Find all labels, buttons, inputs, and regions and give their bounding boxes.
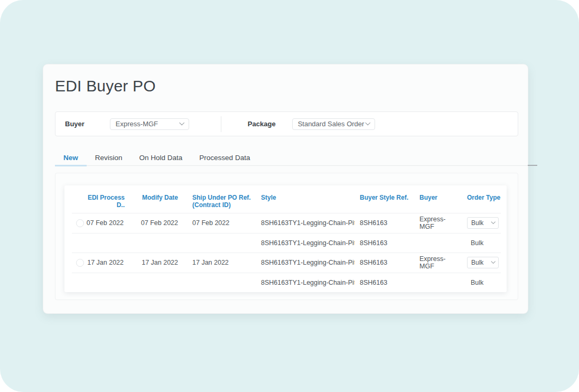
buyer-cell: Express-MGF <box>413 216 460 230</box>
buyer-select-value: Express-MGF <box>116 120 158 128</box>
style-cell: 8SH6163TY1-Legging-Chain-Pitc... <box>254 239 354 247</box>
tab-new[interactable]: New <box>55 153 87 165</box>
column-header-style: Style <box>254 194 354 213</box>
ship-under-po-ref-cell: 17 Jan 2022 <box>183 259 254 266</box>
edi-buyer-po-card: EDI Buyer PO Buyer Express-MGF Package S… <box>43 64 528 313</box>
package-select[interactable]: Standard Sales Order <box>292 118 375 130</box>
order-type-value: Bulk <box>460 239 501 247</box>
column-header-order-type: Order Type <box>460 194 501 213</box>
tab-underline-overhang <box>528 165 537 166</box>
edi-process-date-cell: 17 Jan 2022 <box>86 259 130 266</box>
chevron-down-icon <box>491 220 495 224</box>
buyer-style-ref-cell: 8SH6163 <box>354 239 413 247</box>
column-header-modify-date: Modify Date <box>130 194 183 213</box>
buyer-cell: Express-MGF <box>413 255 460 270</box>
buyer-style-ref-cell: 8SH6163 <box>354 219 413 227</box>
order-type-value: Bulk <box>471 219 483 227</box>
order-type-value: Bulk <box>471 259 483 266</box>
buyer-filter-label: Buyer <box>65 120 85 128</box>
column-header-buyer-style-ref: Buyer Style Ref. <box>354 194 413 213</box>
column-header-edi-process-date: EDI Process D.. <box>86 194 130 213</box>
chevron-down-icon <box>179 120 184 125</box>
table-row: 8SH6163TY1-Legging-Chain-Pitc... 8SH6163… <box>72 273 501 293</box>
tab-processed-data[interactable]: Processed Data <box>191 153 258 165</box>
style-cell: 8SH6163TY1-Legging-Chain-Pitc... <box>254 259 354 266</box>
ship-under-po-ref-cell: 07 Feb 2022 <box>183 219 254 227</box>
chevron-down-icon <box>365 120 370 125</box>
table-header-row: EDI Process D.. Modify Date Ship Under P… <box>72 185 501 213</box>
column-header-ship-under-po-ref: Ship Under PO Ref. (Contract ID) <box>183 194 254 213</box>
package-select-value: Standard Sales Order <box>298 120 365 128</box>
filter-bar: Buyer Express-MGF Package Standard Sales… <box>55 111 518 136</box>
table-row: 8SH6163TY1-Legging-Chain-Pitc... 8SH6163… <box>72 233 501 253</box>
chevron-down-icon <box>491 259 495 264</box>
order-type-value: Bulk <box>460 279 501 286</box>
row-radio-button[interactable] <box>76 259 84 267</box>
style-cell: 8SH6163TY1-Legging-Chain-Pitc... <box>254 279 354 286</box>
order-type-select[interactable]: Bulk <box>467 217 499 229</box>
table-row: 17 Jan 2022 17 Jan 2022 17 Jan 2022 8SH6… <box>72 253 501 273</box>
buyer-select[interactable]: Express-MGF <box>110 118 189 130</box>
po-table: EDI Process D.. Modify Date Ship Under P… <box>64 185 507 292</box>
package-filter-label: Package <box>248 120 276 128</box>
style-cell: 8SH6163TY1-Legging-Chain-Pitc... <box>254 219 354 227</box>
tab-on-hold-data[interactable]: On Hold Data <box>131 153 191 165</box>
buyer-style-ref-cell: 8SH6163 <box>354 279 413 286</box>
table-container: EDI Process D.. Modify Date Ship Under P… <box>55 173 518 300</box>
page-title: EDI Buyer PO <box>55 77 156 95</box>
modify-date-cell: 07 Feb 2022 <box>130 219 183 227</box>
tab-bar: New Revision On Hold Data Processed Data <box>55 153 528 166</box>
table-row: 07 Feb 2022 07 Feb 2022 07 Feb 2022 8SH6… <box>72 213 501 233</box>
modify-date-cell: 17 Jan 2022 <box>130 259 183 266</box>
filter-divider <box>221 116 221 132</box>
buyer-style-ref-cell: 8SH6163 <box>354 259 413 266</box>
row-radio-button[interactable] <box>76 219 84 227</box>
app-background: EDI Buyer PO Buyer Express-MGF Package S… <box>0 0 579 392</box>
tab-revision[interactable]: Revision <box>87 153 131 165</box>
order-type-select[interactable]: Bulk <box>467 257 499 268</box>
edi-process-date-cell: 07 Feb 2022 <box>86 219 130 227</box>
column-header-buyer: Buyer <box>413 194 460 213</box>
